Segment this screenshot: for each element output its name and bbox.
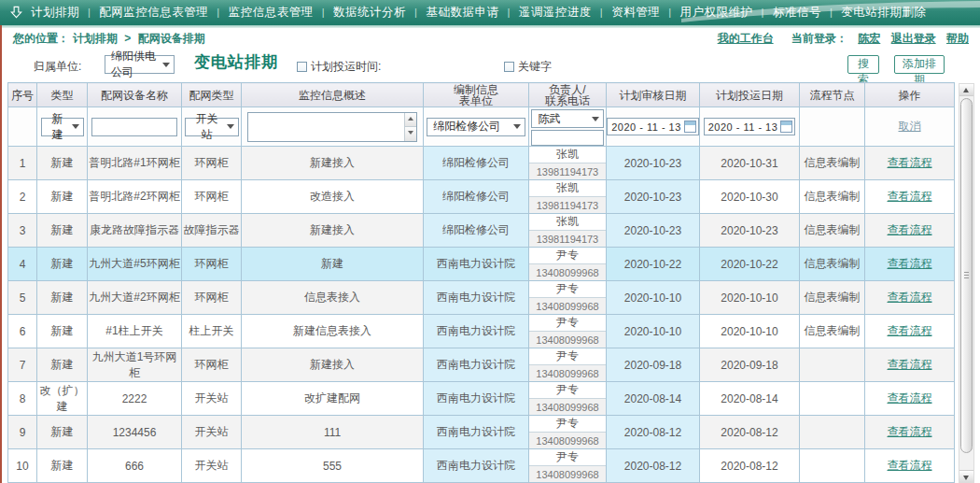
cell-review-date: 2020-10-22: [607, 248, 700, 281]
nav-item[interactable]: 数据统计分析: [314, 5, 406, 21]
cell-summary: 新建接入: [242, 147, 424, 180]
plan-time-checkbox[interactable]: [297, 62, 307, 72]
owner-name: 尹专: [529, 315, 606, 331]
chevron-down-icon: [513, 124, 521, 129]
run-date-picker[interactable]: 2020 - 11 - 13: [704, 118, 796, 135]
cell-summary: 改造接入: [242, 180, 424, 214]
cell-type: 新建: [37, 416, 88, 449]
current-login-label: 当前登录：: [791, 32, 847, 45]
add-schedule-button[interactable]: 添加排期: [894, 55, 945, 74]
cell-owner: 尹专13408099968: [529, 382, 607, 416]
schedule-table: 序号类型配网设备名称配网类型监控信息概述编制信息 表单位负责人/ 联系电话计划审…: [7, 82, 954, 483]
cell-grid-type: 开关站: [182, 416, 242, 449]
my-workbench-link[interactable]: 我的工作台: [718, 32, 774, 45]
nav-item[interactable]: 遥调遥控进度: [498, 5, 591, 21]
cell-device: 普明北路#2环网柜: [88, 180, 182, 214]
breadcrumb-separator: >: [124, 32, 131, 45]
nav-item[interactable]: 用户权限维护: [660, 5, 752, 21]
scrollbar-thumb[interactable]: [960, 98, 973, 453]
cell-action: 查看流程: [865, 281, 955, 315]
nav-item[interactable]: 资料管理: [592, 5, 660, 21]
nav-item[interactable]: 监控信息表管理: [208, 5, 313, 21]
cell-action: 查看流程: [865, 416, 955, 449]
cell-node: 信息表编制: [800, 180, 865, 214]
cell-owner: 尹专13408099968: [529, 449, 607, 483]
cell-node: 信息表编制: [800, 281, 865, 315]
chevron-down-icon: [72, 124, 79, 129]
cell-owner: 尹专13408099968: [529, 416, 607, 449]
view-flow-link[interactable]: 查看流程: [888, 391, 932, 405]
keyword-filter: 关键字: [504, 59, 552, 75]
cell-type: 新建: [37, 315, 88, 348]
org-unit-label: 归属单位:: [34, 59, 81, 75]
org-unit-select[interactable]: 绵阳供电公司: [105, 55, 175, 74]
column-header: 监控信息概述: [242, 83, 424, 107]
calendar-icon[interactable]: [684, 121, 696, 133]
review-date-picker[interactable]: 2020 - 11 - 13: [607, 118, 699, 135]
breadcrumb-section[interactable]: 计划排期: [73, 32, 118, 45]
owner-filter-select[interactable]: 陈武: [531, 109, 603, 128]
scroll-down-icon[interactable]: [959, 470, 973, 482]
cell-run-date: 2020-10-10: [700, 315, 800, 348]
vertical-scrollbar[interactable]: [959, 83, 974, 483]
cell-node: 信息表编制: [800, 147, 865, 180]
help-link[interactable]: 帮助: [946, 32, 969, 45]
username-link[interactable]: 陈宏: [858, 32, 880, 45]
unit-filter-select[interactable]: 绵阳检修公司: [427, 118, 525, 136]
view-flow-link[interactable]: 查看流程: [888, 190, 932, 203]
nav-item[interactable]: 标准信号: [753, 5, 821, 21]
table-row: 5新建九州大道#2环网柜环网柜信息表接入西南电力设计院尹专13408099968…: [8, 281, 955, 315]
view-flow-link[interactable]: 查看流程: [888, 459, 932, 472]
filter-cell-run-date: 2020 - 11 - 13: [700, 107, 800, 147]
device-name-input[interactable]: [91, 118, 177, 136]
view-flow-link[interactable]: 查看流程: [888, 324, 932, 337]
cell-grid-type: 故障指示器: [182, 214, 242, 248]
cell-action: 查看流程: [865, 348, 955, 382]
cancel-link[interactable]: 取消: [899, 120, 921, 133]
keyword-label: 关键字: [518, 60, 552, 73]
cell-no: 8: [8, 382, 37, 416]
owner-phone: 13408099968: [529, 364, 606, 381]
toolbar: 归属单位: 绵阳供电公司 变电站排期 计划投运时间: 关键字 搜索 添加排期: [0, 47, 980, 82]
summary-textarea[interactable]: [247, 112, 417, 142]
cell-type: 新建: [37, 180, 88, 214]
cell-node: [800, 449, 865, 483]
filter-cell-type: 新建: [37, 107, 88, 147]
spinner-down-icon[interactable]: [405, 127, 416, 141]
nav-item[interactable]: 计划排期: [31, 5, 79, 21]
breadcrumb-current: 配网设备排期: [138, 32, 205, 45]
filter-cell-grid-type: 开关站: [182, 107, 242, 147]
nav-item[interactable]: 配网监控信息表管理: [79, 5, 208, 21]
cell-review-date: 2020-10-10: [607, 281, 700, 315]
view-flow-link[interactable]: 查看流程: [888, 257, 932, 270]
view-flow-link[interactable]: 查看流程: [888, 223, 932, 236]
type-filter-select[interactable]: 新建: [41, 118, 84, 136]
owner-phone: 13408099968: [529, 331, 606, 348]
cell-review-date: 2020-08-12: [607, 416, 700, 449]
cell-unit: 西南电力设计院: [424, 348, 529, 382]
calendar-icon[interactable]: [780, 121, 792, 133]
owner-phone: 13408099968: [529, 398, 606, 415]
spinner-up-icon[interactable]: [405, 113, 416, 128]
view-flow-link[interactable]: 查看流程: [888, 358, 932, 371]
logout-link[interactable]: 退出登录: [891, 32, 936, 45]
user-bar: 我的工作台 当前登录： 陈宏 退出登录 帮助: [710, 31, 969, 47]
view-flow-link[interactable]: 查看流程: [888, 291, 932, 304]
owner-phone-input[interactable]: [531, 130, 603, 146]
view-flow-link[interactable]: 查看流程: [888, 425, 932, 438]
cell-owner: 尹专13408099968: [529, 315, 607, 348]
owner-name: 尹专: [529, 248, 606, 263]
keyword-checkbox[interactable]: [504, 62, 514, 72]
view-flow-link[interactable]: 查看流程: [888, 156, 932, 169]
nav-item[interactable]: 基础数据申请: [406, 5, 498, 21]
org-unit-value: 绵阳供电公司: [111, 49, 159, 80]
owner-name: 尹专: [529, 449, 606, 465]
cell-grid-type: 环网柜: [182, 348, 242, 382]
grid-type-filter-select[interactable]: 开关站: [185, 118, 239, 136]
nav-item[interactable]: 变电站排期删除: [821, 5, 926, 21]
scroll-up-icon[interactable]: [959, 84, 973, 96]
filter-cell-unit: 绵阳检修公司: [424, 107, 529, 147]
search-button[interactable]: 搜索: [847, 55, 879, 74]
column-header: 负责人/ 联系电话: [529, 83, 607, 107]
plan-time-filter: 计划投运时间:: [297, 59, 381, 75]
